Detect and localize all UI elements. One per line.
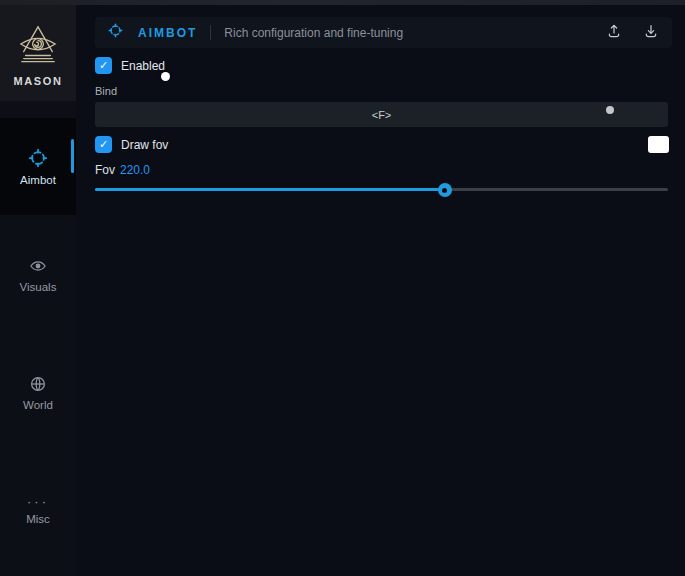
enabled-label: Enabled [121, 59, 165, 73]
bind-keybind-input[interactable]: <F> [95, 102, 668, 127]
crosshair-icon [108, 23, 123, 42]
draw-fov-checkbox[interactable]: ✓ [95, 136, 112, 153]
sidebar-item-visuals[interactable]: Visuals [0, 250, 76, 300]
fov-slider-fill [95, 188, 445, 191]
window-top-edge [0, 0, 685, 5]
brand-block: MASON [0, 0, 76, 101]
brand-name: MASON [14, 75, 63, 87]
ellipsis-icon: ··· [27, 497, 49, 507]
enabled-checkbox[interactable]: ✓ [95, 57, 112, 74]
fov-slider-thumb[interactable] [438, 183, 452, 197]
header-bar: AIMBOT Rich configuration and fine-tunin… [95, 17, 672, 48]
draw-fov-row: ✓ Draw fov [95, 136, 168, 153]
sidebar-item-label: Aimbot [20, 174, 56, 186]
fov-label: Fov220.0 [95, 163, 150, 177]
sidebar-item-misc[interactable]: ··· Misc [0, 486, 76, 536]
export-config-button[interactable] [606, 23, 622, 42]
header-divider [210, 25, 211, 40]
check-icon: ✓ [99, 139, 108, 150]
mason-logo-icon [15, 24, 61, 70]
bind-indicator-dot [606, 106, 614, 114]
download-icon [643, 23, 659, 42]
sidebar-item-label: Misc [26, 513, 50, 525]
fov-label-text: Fov [95, 163, 115, 177]
sidebar-item-label: World [23, 399, 53, 411]
sidebar-item-label: Visuals [20, 281, 57, 293]
page-subtitle: Rich configuration and fine-tuning [224, 26, 403, 40]
import-config-button[interactable] [643, 23, 659, 42]
bind-value: <F> [372, 109, 392, 121]
sidebar-item-aimbot[interactable]: Aimbot [0, 118, 76, 215]
active-indicator [71, 139, 74, 173]
crosshair-icon [28, 148, 48, 168]
upload-icon [606, 23, 622, 42]
draw-fov-label: Draw fov [121, 138, 168, 152]
fov-slider[interactable] [95, 182, 668, 198]
check-icon: ✓ [99, 60, 108, 71]
sidebar-item-world[interactable]: World [0, 368, 76, 418]
fov-color-swatch[interactable] [648, 136, 669, 153]
enabled-row: ✓ Enabled [95, 57, 165, 74]
bind-label: Bind [95, 85, 117, 97]
sidebar: MASON Aimbot Visuals [0, 0, 76, 576]
cursor-indicator [161, 72, 170, 81]
globe-icon [29, 375, 47, 393]
eye-icon [29, 257, 47, 275]
page-title: AIMBOT [138, 26, 197, 40]
fov-value: 220.0 [120, 163, 150, 177]
